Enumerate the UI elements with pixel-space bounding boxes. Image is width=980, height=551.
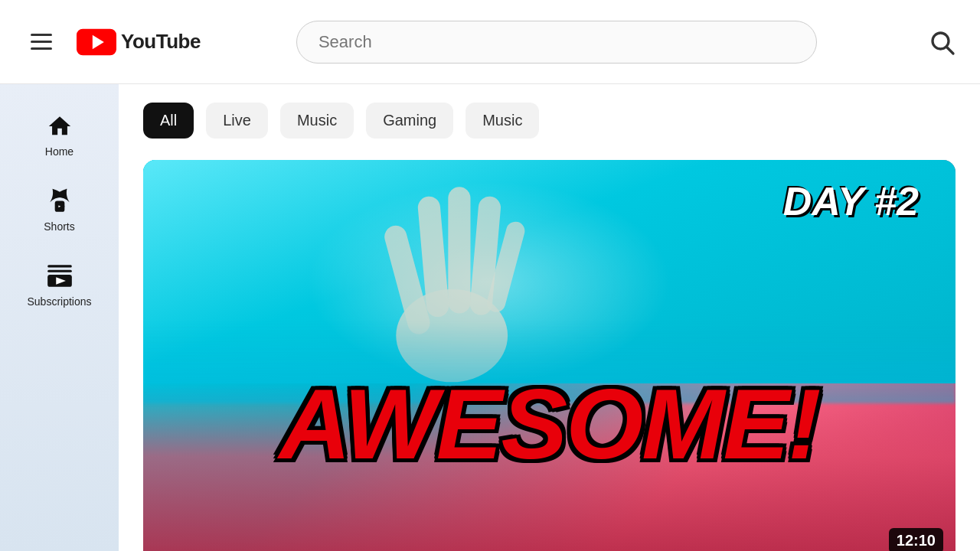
shorts-icon — [45, 185, 74, 214]
awesome-label: AWESOME! — [143, 374, 956, 474]
filter-chip-music[interactable]: Music — [280, 103, 354, 139]
youtube-logo-icon — [77, 28, 116, 56]
filter-chip-all[interactable]: All — [143, 103, 194, 139]
sidebar-home-label: Home — [45, 145, 74, 158]
sidebar-item-home[interactable]: Home — [0, 99, 119, 171]
svg-rect-13 — [448, 187, 470, 313]
filter-chip-live[interactable]: Live — [206, 103, 268, 139]
search-input[interactable] — [296, 21, 817, 64]
svg-rect-6 — [47, 265, 72, 267]
day-label: DAY #2 — [783, 178, 919, 224]
filter-chip-music2[interactable]: Music — [466, 103, 539, 139]
sidebar-subscriptions-label: Subscriptions — [27, 295, 91, 308]
svg-rect-7 — [47, 270, 72, 272]
sidebar-item-subscriptions[interactable]: Subscriptions — [0, 246, 119, 321]
sidebar-item-shorts[interactable]: Shorts — [0, 171, 119, 246]
search-button[interactable] — [928, 28, 956, 56]
video-card[interactable]: DAY #2 AWESOME! 12:10 — [143, 160, 956, 551]
svg-line-3 — [947, 47, 953, 53]
filter-chip-gaming[interactable]: Gaming — [366, 103, 453, 139]
main-content: All Live Music Gaming Music — [119, 84, 980, 551]
sidebar-shorts-label: Shorts — [44, 220, 74, 233]
subscriptions-icon — [45, 260, 74, 289]
youtube-logo[interactable]: YouTube — [77, 28, 201, 56]
filter-row: All Live Music Gaming Music — [143, 103, 956, 139]
video-duration: 12:10 — [889, 528, 943, 551]
search-icon — [928, 28, 956, 56]
menu-button[interactable] — [24, 28, 58, 56]
youtube-wordmark: YouTube — [121, 30, 201, 54]
header: YouTube — [0, 0, 980, 84]
home-icon — [47, 113, 73, 139]
search-wrapper — [296, 21, 817, 64]
sidebar: Home Shorts Subscriptions — [0, 84, 119, 551]
video-thumbnail: DAY #2 AWESOME! 12:10 — [143, 160, 956, 551]
